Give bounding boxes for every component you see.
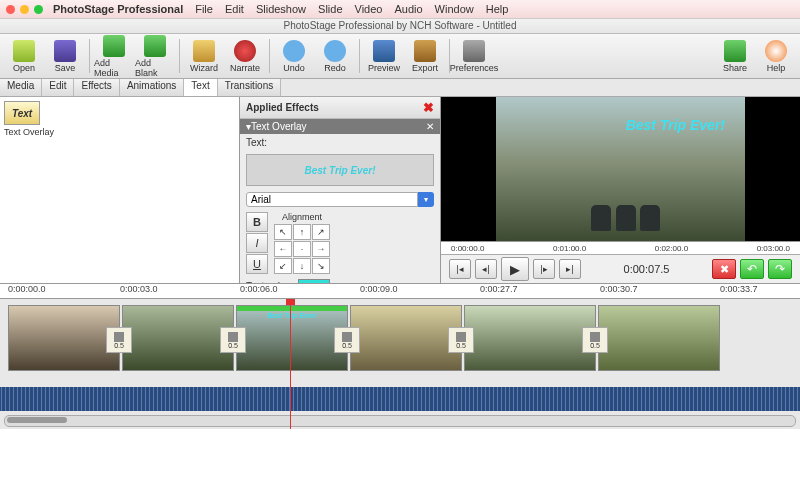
- redo-button[interactable]: Redo: [315, 40, 355, 73]
- align-br[interactable]: ↘: [312, 258, 330, 274]
- tab-transitions[interactable]: Transitions: [218, 79, 282, 96]
- menu-slide[interactable]: Slide: [318, 3, 342, 15]
- text-label: Text:: [240, 134, 440, 151]
- app-menu[interactable]: PhotoStage Professional: [53, 3, 183, 15]
- timeline-clip[interactable]: 3.0 secs: [350, 305, 462, 371]
- transition-icon[interactable]: 0.5: [334, 327, 360, 353]
- menu-edit[interactable]: Edit: [225, 3, 244, 15]
- close-effects-icon[interactable]: ✖: [423, 100, 434, 115]
- timeline-ruler-mark: 0:00:06.0: [240, 284, 278, 294]
- preview-ruler-mark: 0:03:00.0: [757, 244, 790, 253]
- preview-viewport: Best Trip Ever!: [441, 97, 800, 241]
- menu-video[interactable]: Video: [355, 3, 383, 15]
- timeline-ruler-mark: 0:00:27.7: [480, 284, 518, 294]
- playhead[interactable]: [290, 299, 291, 429]
- tab-effects[interactable]: Effects: [74, 79, 119, 96]
- bold-button[interactable]: B: [246, 212, 268, 232]
- menu-audio[interactable]: Audio: [394, 3, 422, 15]
- tab-media[interactable]: Media: [0, 79, 42, 96]
- open-button[interactable]: Open: [4, 40, 44, 73]
- zoom-window[interactable]: [34, 5, 43, 14]
- share-button[interactable]: Share: [715, 40, 755, 73]
- tab-text[interactable]: Text: [184, 79, 217, 96]
- align-bc[interactable]: ↓: [293, 258, 311, 274]
- menu-file[interactable]: File: [195, 3, 213, 15]
- timeline-ruler-mark: 0:00:03.0: [120, 284, 158, 294]
- align-ml[interactable]: ←: [274, 241, 292, 257]
- undo-clip-button[interactable]: ↶: [740, 259, 764, 279]
- align-tr[interactable]: ↗: [312, 224, 330, 240]
- add-blank-button[interactable]: Add Blank: [135, 35, 175, 78]
- text-overlay-draggable[interactable]: Text: [4, 101, 40, 125]
- close-window[interactable]: [6, 5, 15, 14]
- step-fwd-button[interactable]: |▸: [533, 259, 555, 279]
- undo-button[interactable]: Undo: [274, 40, 314, 73]
- wizard-button[interactable]: Wizard: [184, 40, 224, 73]
- preview-ruler-mark: 0:01:00.0: [553, 244, 586, 253]
- preferences-button[interactable]: Preferences: [454, 40, 494, 73]
- tab-edit[interactable]: Edit: [42, 79, 74, 96]
- timeline-scrollbar[interactable]: [4, 415, 796, 427]
- align-bl[interactable]: ↙: [274, 258, 292, 274]
- preview-ruler-mark: 0:02:00.0: [655, 244, 688, 253]
- alignment-grid: ↖↑↗ ←·→ ↙↓↘: [274, 224, 330, 274]
- transition-icon[interactable]: 0.5: [448, 327, 474, 353]
- preview-button[interactable]: Preview: [364, 40, 404, 73]
- play-button[interactable]: ▶: [501, 257, 529, 281]
- window-subtitle: PhotoStage Professional by NCH Software …: [0, 19, 800, 34]
- preview-timecode: 0:00:07.5: [585, 263, 708, 275]
- align-tc[interactable]: ↑: [293, 224, 311, 240]
- align-mc[interactable]: ·: [293, 241, 311, 257]
- timeline-ruler-mark: 0:00:09.0: [360, 284, 398, 294]
- menu-window[interactable]: Window: [435, 3, 474, 15]
- timeline-ruler-mark: 0:00:00.0: [8, 284, 46, 294]
- preview-ruler-mark: 0:00:00.0: [451, 244, 484, 253]
- narrate-button[interactable]: Narrate: [225, 40, 265, 73]
- text-preview-field[interactable]: Best Trip Ever!: [246, 154, 434, 186]
- redo-clip-button[interactable]: ↷: [768, 259, 792, 279]
- italic-button[interactable]: I: [246, 233, 268, 253]
- menu-help[interactable]: Help: [486, 3, 509, 15]
- skip-start-button[interactable]: |◂: [449, 259, 471, 279]
- align-mr[interactable]: →: [312, 241, 330, 257]
- export-button[interactable]: Export: [405, 40, 445, 73]
- applied-effects-title: Applied Effects: [246, 102, 319, 113]
- align-tl[interactable]: ↖: [274, 224, 292, 240]
- audio-track[interactable]: [0, 387, 800, 411]
- tab-animations[interactable]: Animations: [120, 79, 184, 96]
- text-overlay-label: Text Overlay: [4, 127, 235, 137]
- timeline-ruler-mark: 0:00:30.7: [600, 284, 638, 294]
- delete-button[interactable]: ✖: [712, 259, 736, 279]
- timeline-clip[interactable]: 3.0 secs: [8, 305, 120, 371]
- menu-slideshow[interactable]: Slideshow: [256, 3, 306, 15]
- add-media-button[interactable]: Add Media: [94, 35, 134, 78]
- save-button[interactable]: Save: [45, 40, 85, 73]
- transition-icon[interactable]: 0.5: [220, 327, 246, 353]
- step-back-button[interactable]: ◂|: [475, 259, 497, 279]
- timeline-clip[interactable]: 18.7 secs: [464, 305, 596, 371]
- transition-icon[interactable]: 0.5: [106, 327, 132, 353]
- alignment-label: Alignment: [274, 212, 330, 222]
- remove-effect-icon[interactable]: ✕: [426, 121, 434, 132]
- underline-button[interactable]: U: [246, 254, 268, 274]
- timeline-clip[interactable]: 3.0 secs: [598, 305, 720, 371]
- font-dropdown-icon[interactable]: ▾: [418, 192, 434, 207]
- timeline-ruler-mark: 0:00:33.7: [720, 284, 758, 294]
- minimize-window[interactable]: [20, 5, 29, 14]
- overlay-text: Best Trip Ever!: [626, 117, 725, 133]
- skip-end-button[interactable]: ▸|: [559, 259, 581, 279]
- timeline-clip[interactable]: Best Trip Ever!3.0 secs: [236, 305, 348, 371]
- transition-icon[interactable]: 0.5: [582, 327, 608, 353]
- font-select[interactable]: [246, 192, 418, 207]
- timeline-clip[interactable]: 3.0 secs: [122, 305, 234, 371]
- help-button[interactable]: Help: [756, 40, 796, 73]
